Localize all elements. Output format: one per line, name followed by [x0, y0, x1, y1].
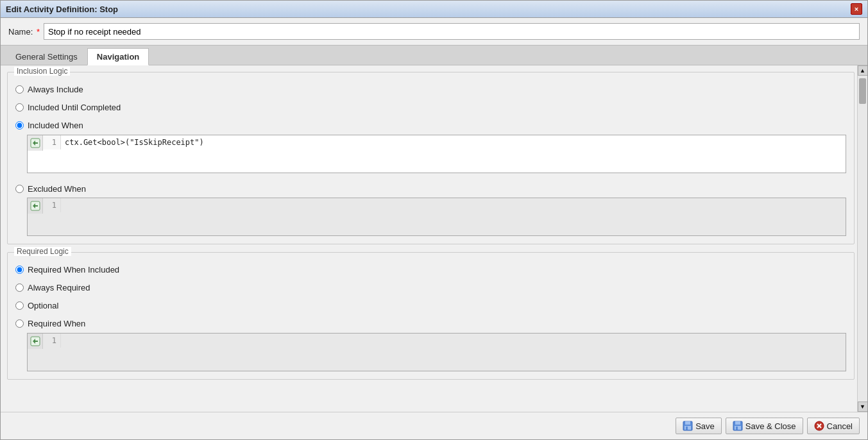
always-include-radio[interactable]: [15, 85, 24, 94]
dialog-titlebar: Edit Activity Definition: Stop ×: [1, 1, 867, 18]
excluded-when-line-num: 1: [43, 198, 61, 212]
included-until-completed-row: Included Until Completed: [15, 102, 846, 114]
inner-content: Inclusion Logic Always Include Included …: [1, 65, 867, 412]
required-when-row: Required When: [15, 318, 846, 330]
excluded-when-code-btn[interactable]: [28, 198, 43, 214]
required-when-editor: 1: [27, 333, 846, 371]
tabs-bar: General Settings Navigation: [1, 45, 867, 65]
included-when-radio[interactable]: [15, 121, 24, 130]
tab-navigation[interactable]: Navigation: [87, 48, 149, 65]
scroll-track[interactable]: [858, 76, 867, 402]
name-input[interactable]: [44, 23, 860, 40]
included-when-code-text[interactable]: ctx.Get<bool>("IsSkipReceipt"): [61, 135, 846, 149]
required-when-code-btn[interactable]: [28, 334, 43, 349]
save-button[interactable]: Save: [676, 418, 722, 434]
footer-bar: Save Save & Close Cancel: [1, 412, 867, 439]
excluded-when-editor: 1: [27, 198, 846, 236]
required-when-included-radio[interactable]: [15, 266, 24, 274]
always-required-radio[interactable]: [15, 283, 24, 292]
included-when-editor: 1 ctx.Get<bool>("IsSkipReceipt"): [27, 135, 846, 173]
always-include-label: Always Include: [28, 84, 83, 96]
svg-rect-9: [686, 427, 688, 430]
svg-rect-13: [736, 427, 738, 430]
code-plugin-icon-2: [30, 201, 40, 211]
required-star: *: [37, 27, 40, 37]
excluded-when-label: Excluded When: [28, 183, 86, 195]
cancel-icon: [814, 421, 824, 431]
tab-general-settings[interactable]: General Settings: [6, 48, 87, 65]
required-when-label: Required When: [28, 318, 85, 330]
svg-rect-7: [685, 421, 690, 425]
optional-label: Optional: [28, 300, 58, 312]
included-when-label: Included When: [28, 120, 83, 131]
content-wrapper: Inclusion Logic Always Include Included …: [1, 65, 867, 412]
included-when-line-num: 1: [43, 135, 61, 149]
code-plugin-icon-3: [30, 336, 40, 346]
included-until-completed-radio[interactable]: [15, 103, 24, 112]
required-when-line-num: 1: [43, 334, 61, 348]
required-when-code-text: [61, 334, 846, 366]
included-when-row: Included When: [15, 120, 846, 131]
save-close-button[interactable]: Save & Close: [726, 418, 803, 434]
included-when-code-btn[interactable]: [28, 135, 43, 151]
dialog-title: Edit Activity Definition: Stop: [6, 4, 118, 14]
svg-rect-11: [735, 421, 740, 425]
required-when-radio[interactable]: [15, 319, 24, 328]
required-logic-group: Required Logic Required When Included Al…: [7, 252, 855, 380]
cancel-button[interactable]: Cancel: [807, 418, 860, 434]
code-plugin-icon: [30, 138, 40, 148]
cancel-label: Cancel: [827, 421, 853, 431]
scroll-thumb[interactable]: [859, 78, 866, 104]
scroll-down-arrow[interactable]: ▼: [858, 402, 868, 412]
close-button[interactable]: ×: [851, 3, 862, 15]
included-until-completed-label: Included Until Completed: [28, 102, 121, 114]
save-close-icon: [733, 421, 743, 431]
optional-row: Optional: [15, 300, 846, 312]
name-row: Name: *: [1, 18, 867, 45]
vertical-scrollbar[interactable]: ▲ ▼: [857, 65, 867, 412]
excluded-when-code-text: [61, 198, 846, 230]
excluded-when-row: Excluded When: [15, 183, 846, 195]
dialog: Edit Activity Definition: Stop × Name: *…: [0, 0, 868, 440]
required-when-included-row: Required When Included: [15, 264, 846, 276]
scroll-up-arrow[interactable]: ▲: [858, 65, 868, 76]
inclusion-logic-legend: Inclusion Logic: [14, 67, 70, 76]
optional-radio[interactable]: [15, 301, 24, 310]
excluded-when-radio[interactable]: [15, 185, 24, 193]
name-label: Name: *: [8, 27, 40, 37]
required-logic-legend: Required Logic: [14, 247, 71, 256]
inclusion-logic-group: Inclusion Logic Always Include Included …: [7, 72, 855, 244]
always-required-row: Always Required: [15, 282, 846, 294]
always-required-label: Always Required: [28, 282, 90, 294]
always-include-row: Always Include: [15, 84, 846, 96]
save-close-label: Save & Close: [745, 421, 796, 431]
save-label: Save: [695, 421, 715, 431]
save-icon: [683, 421, 693, 431]
required-when-included-label: Required When Included: [28, 264, 119, 276]
